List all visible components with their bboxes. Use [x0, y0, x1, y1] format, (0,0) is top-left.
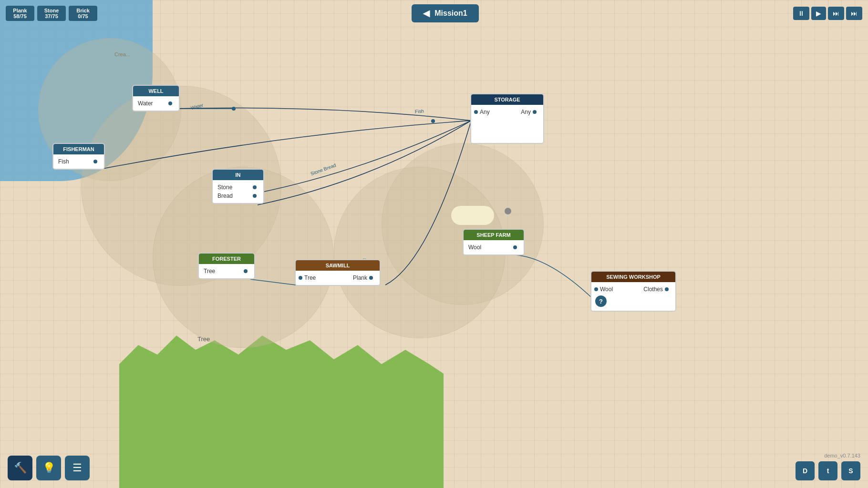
mission-title-text: Mission1 [434, 9, 467, 18]
in-node-header: IN [213, 170, 263, 180]
storage-any-in-label: Any [480, 109, 490, 115]
sawmill-io-row: Tree Plank [300, 274, 375, 282]
tree-bottom-label: Tree [197, 336, 210, 343]
plank-badge: Plank 58/75 [6, 6, 34, 21]
in-bread-dot [253, 194, 257, 198]
version-label: demo_v0.7.143 [824, 453, 860, 458]
pause-button[interactable]: ⏸ [793, 7, 809, 20]
sheep-farm-node[interactable]: SHEEP FARM Wool [463, 229, 525, 255]
sheep-farm-node-header: SHEEP FARM [464, 230, 524, 240]
in-stone-label: Stone [217, 184, 232, 191]
sheep-farm-wool-row: Wool [468, 243, 519, 252]
sawmill-tree-in-dot [299, 276, 302, 280]
forester-tree-label: Tree [204, 268, 215, 274]
sawmill-node-body: Tree Plank [296, 271, 380, 285]
fisherman-node-header: FISHERMAN [53, 144, 104, 154]
well-water-label: Water [138, 100, 153, 107]
sewing-workshop-node-header: SEWING WORKSHOP [591, 272, 675, 282]
sewing-help-button[interactable]: ? [595, 295, 607, 307]
stone-badge: Stone 37/75 [37, 6, 66, 21]
sheep-icon [451, 206, 494, 225]
storage-node[interactable]: STORAGE Any Any [470, 93, 544, 144]
fast-forward-button[interactable]: ⏭ [828, 7, 844, 20]
mission-title-bar: ◀ Mission1 [412, 4, 478, 22]
bottom-toolbar: 🔨 💡 ☰ [8, 456, 90, 480]
in-stone-row: Stone [217, 183, 258, 192]
back-button[interactable]: ◀ [423, 8, 430, 19]
plank-count: 58/75 [10, 13, 30, 19]
storage-in-dot [474, 110, 478, 114]
in-node-body: Stone Bread [213, 180, 263, 203]
sewing-clothes-label: Clothes [643, 286, 663, 293]
speed-controls: ⏸ ▶ ⏭ ⏭ [793, 7, 862, 20]
brick-count: 0/75 [73, 13, 93, 19]
top-bar: Plank 58/75 Stone 37/75 Brick 0/75 ◀ Mis… [0, 0, 868, 27]
bulb-button[interactable]: 💡 [36, 456, 61, 480]
stone-count: 37/75 [42, 13, 61, 19]
sawmill-tree-label: Tree [304, 274, 316, 281]
in-bread-row: Bread [217, 192, 258, 200]
well-node[interactable]: WELL Water [132, 85, 180, 112]
brick-name: Brick [73, 8, 93, 13]
in-bread-label: Bread [217, 193, 233, 199]
sheep-farm-wool-label: Wool [468, 244, 481, 251]
fisherman-node-body: Fish [53, 154, 104, 169]
fisherman-node[interactable]: FISHERMAN Fish [52, 143, 105, 170]
forester-node-header: FORESTER [199, 254, 254, 264]
sewing-wool-label: Wool [600, 286, 613, 293]
stone-name: Stone [42, 8, 61, 13]
play-button[interactable]: ▶ [811, 7, 826, 20]
resource-badges: Plank 58/75 Stone 37/75 Brick 0/75 [6, 6, 97, 21]
storage-node-body: Any Any [471, 105, 543, 143]
fast-forward-2-button[interactable]: ⏭ [846, 7, 862, 20]
forester-tree-dot [244, 269, 248, 273]
create-label: Crea... [114, 51, 130, 57]
sawmill-plank-dot [369, 276, 373, 280]
sewing-io-row: Wool Clothes [596, 285, 671, 294]
well-node-header: WELL [133, 86, 179, 96]
storage-out-dot [533, 110, 537, 114]
in-stone-dot [253, 185, 257, 189]
storage-any-row: Any Any [476, 108, 538, 116]
steam-button[interactable]: S [841, 461, 860, 480]
sewing-clothes-dot [665, 287, 669, 291]
fisherman-fish-output: Fish [58, 157, 99, 166]
well-water-output: Water [138, 99, 174, 108]
fisherman-fish-label: Fish [58, 158, 69, 165]
sheep-farm-wool-dot [513, 245, 517, 249]
fish-label: Fish [415, 108, 424, 114]
brick-badge: Brick 0/75 [69, 6, 97, 21]
forester-node[interactable]: FORESTER Tree [198, 253, 255, 279]
sawmill-plank-label: Plank [353, 274, 367, 281]
sewing-workshop-node[interactable]: SEWING WORKSHOP Wool Clothes ? [590, 271, 676, 312]
sheep-farm-node-body: Wool [464, 240, 524, 254]
plank-name: Plank [10, 8, 30, 13]
in-node[interactable]: IN Stone Bread [212, 169, 264, 204]
storage-any-out-label: Any [521, 109, 531, 115]
sawmill-node[interactable]: SAWMILL Tree Plank [295, 259, 381, 286]
sheep-dot [505, 208, 511, 214]
social-buttons: D t S [796, 461, 860, 480]
forester-tree-row: Tree [204, 267, 249, 275]
well-water-dot [168, 102, 172, 105]
storage-node-header: STORAGE [471, 94, 543, 105]
well-node-body: Water [133, 96, 179, 111]
fisherman-fish-dot [93, 160, 97, 163]
hammer-button[interactable]: 🔨 [8, 456, 32, 480]
menu-button[interactable]: ☰ [65, 456, 90, 480]
twitter-button[interactable]: t [818, 461, 837, 480]
land-map-area [119, 336, 444, 488]
forester-node-body: Tree [199, 264, 254, 278]
sawmill-node-header: SAWMILL [296, 260, 380, 271]
sewing-wool-in-dot [594, 287, 598, 291]
discord-button[interactable]: D [796, 461, 815, 480]
